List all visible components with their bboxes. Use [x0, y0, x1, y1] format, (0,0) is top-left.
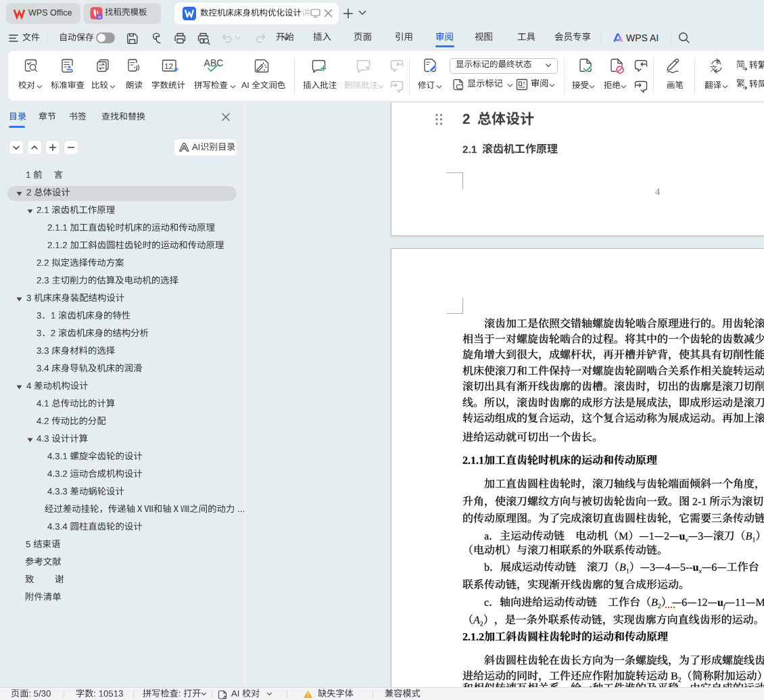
svg-text:12: 12 — [164, 62, 173, 70]
svg-text:AI: AI — [97, 15, 101, 19]
svg-text:ABC: ABC — [204, 57, 224, 68]
